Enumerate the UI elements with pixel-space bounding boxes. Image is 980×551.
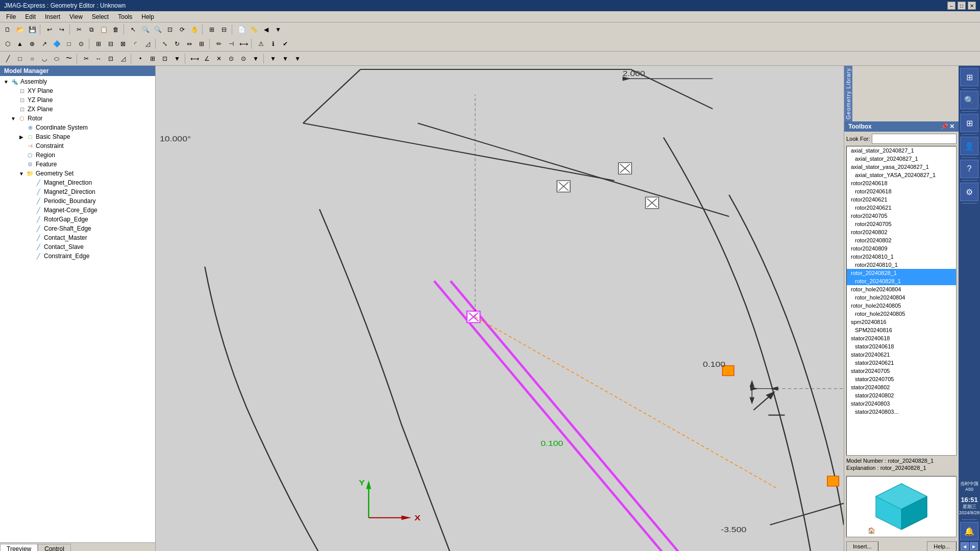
tb3-more5[interactable]: ▼: [292, 53, 303, 64]
tb3-dim2[interactable]: ⟷: [189, 53, 200, 64]
tb2-array[interactable]: ⊞: [196, 38, 207, 49]
tree-item-magnet-dir[interactable]: ╱ Magnet_Direction: [1, 178, 154, 187]
tb2-cylinder[interactable]: ⊙: [76, 38, 87, 49]
tb-snap[interactable]: ⊟: [218, 24, 230, 35]
list-item-axial-stator-yasa-2[interactable]: axial_stator_YASA_20240827_1: [847, 171, 956, 179]
tree-item-xy-plane[interactable]: ⊡ XY Plane: [1, 86, 154, 95]
list-item-stator618a[interactable]: stator20240618: [847, 334, 956, 342]
look-for-input[interactable]: [872, 134, 957, 144]
tb3-more3[interactable]: ▼: [267, 53, 279, 64]
tb2-move[interactable]: ⤡: [159, 38, 170, 49]
tree-item-zx-plane[interactable]: ⊡ ZX Plane: [1, 105, 154, 114]
tb-more1[interactable]: ◀: [260, 24, 272, 35]
list-item-stator705a[interactable]: stator20240705: [847, 367, 956, 375]
tb3-snap2[interactable]: ⊡: [159, 53, 170, 64]
list-item-rotor-hole804b[interactable]: rotor_hole20240804: [847, 293, 956, 302]
tree-item-contact-master[interactable]: ╱ Contact_Master: [1, 233, 154, 242]
tb2-cube[interactable]: ⬡: [2, 38, 13, 49]
tb2-extrude[interactable]: ▲: [14, 38, 26, 49]
tree-item-region[interactable]: ⬡ Region: [1, 151, 154, 160]
tree-item-coord[interactable]: ⊕ Coordinate System: [1, 123, 154, 132]
list-item-stator803b[interactable]: stator20240803...: [847, 408, 956, 416]
list-item-rotor621a[interactable]: rotor20240621: [847, 195, 956, 204]
list-item-stator621a[interactable]: stator20240621: [847, 350, 956, 359]
center-canvas[interactable]: Y X 2.000 10.000° 0.100 0.100 -3.500: [156, 66, 844, 551]
tb3-grid2[interactable]: ⊞: [147, 53, 158, 64]
tree-item-constraint-edge[interactable]: ╱ Constraint_Edge: [1, 252, 154, 261]
tb3-extend[interactable]: ↔: [93, 53, 104, 64]
fr-help-button[interactable]: ?: [960, 160, 978, 178]
tb-save[interactable]: 💾: [27, 24, 38, 35]
list-item-rotor828a[interactable]: rotor_20240828_1: [847, 269, 956, 277]
tb2-sketch[interactable]: ✏: [213, 38, 225, 49]
tree-item-assembly[interactable]: ▼ 🔩 Assembly: [1, 77, 154, 86]
tree-item-contact-slave[interactable]: ╱ Contact_Slave: [1, 242, 154, 252]
menu-select[interactable]: Select: [88, 12, 113, 21]
tree-item-rotor-gap-edge[interactable]: ╱ RotorGap_Edge: [1, 215, 154, 224]
tb3-spline[interactable]: 〜: [63, 53, 75, 64]
list-item-rotor705a[interactable]: rotor20240705: [847, 212, 956, 220]
tb-new[interactable]: 🗋: [2, 24, 13, 35]
tree-item-constraint[interactable]: ⊣ Constraint: [1, 141, 154, 151]
tb3-cross[interactable]: ✕: [213, 53, 225, 64]
tb2-loft[interactable]: 🔷: [51, 38, 62, 49]
list-item-stator618b[interactable]: stator20240618: [847, 342, 956, 350]
tb2-boolean-int[interactable]: ⊠: [117, 38, 129, 49]
tb3-line[interactable]: ╱: [2, 53, 13, 64]
list-item-axial-stator-1a[interactable]: axial_stator_20240827_1: [847, 146, 956, 155]
toolbox-list[interactable]: axial_stator_20240827_1 axial_stator_202…: [846, 146, 957, 456]
tb3-more2[interactable]: ▼: [250, 53, 261, 64]
menu-tools[interactable]: Tools: [114, 12, 136, 21]
tb2-constraint2[interactable]: ⊣: [226, 38, 237, 49]
tb3-offset[interactable]: ⊡: [105, 53, 116, 64]
minimize-button[interactable]: –: [947, 2, 955, 10]
list-item-axial-stator-1b[interactable]: axial_stator_20240827_1: [847, 155, 956, 163]
list-item-stator802a[interactable]: stator20240802: [847, 383, 956, 391]
fr-right-button[interactable]: ▶: [970, 542, 978, 550]
tb3-arc[interactable]: ◡: [39, 53, 50, 64]
tb-open[interactable]: 📂: [14, 24, 26, 35]
fr-left-button[interactable]: ◀: [961, 542, 969, 550]
toolbox-pin-button[interactable]: 📌: [941, 123, 948, 130]
tb3-ellipse[interactable]: ⬭: [51, 53, 62, 64]
fr-search-button[interactable]: 🔍: [960, 91, 978, 109]
fr-user-button[interactable]: 👤: [960, 137, 978, 155]
tb-undo[interactable]: ↩: [44, 24, 55, 35]
tb-cut[interactable]: ✂: [74, 24, 85, 35]
tb2-warn[interactable]: ⚠: [255, 38, 266, 49]
tb2-sweep[interactable]: ↗: [39, 38, 50, 49]
fr-settings-button[interactable]: ⚙: [960, 183, 978, 201]
tb2-fillet[interactable]: ◜: [130, 38, 141, 49]
tb-redo[interactable]: ↪: [56, 24, 67, 35]
tb-zoom-in[interactable]: 🔍: [140, 24, 151, 35]
help-button[interactable]: Help...: [927, 541, 957, 551]
geometry-library-tab[interactable]: Geometry Library: [844, 66, 852, 121]
list-item-axial-stator-yasa[interactable]: axial_stator_yasa_20240827_1: [847, 163, 956, 171]
tb-select[interactable]: ↖: [128, 24, 139, 35]
tb2-chamfer[interactable]: ◿: [142, 38, 153, 49]
tb-rotate[interactable]: ⟳: [177, 24, 188, 35]
list-item-rotor810a[interactable]: rotor20240810_1: [847, 253, 956, 261]
tb3-trim[interactable]: ✂: [81, 53, 92, 64]
expand-rotor[interactable]: ▼: [9, 116, 17, 121]
tb2-box[interactable]: □: [63, 38, 75, 49]
tb-paste[interactable]: 📋: [98, 24, 109, 35]
fr-grid-button[interactable]: ⊞: [960, 114, 978, 132]
tb3-more4[interactable]: ▼: [280, 53, 291, 64]
list-item-rotor810b[interactable]: rotor20240810_1: [847, 261, 956, 269]
tree-item-feature[interactable]: ⚙ Feature: [1, 160, 154, 169]
list-item-spm816b[interactable]: SPM20240816: [847, 326, 956, 334]
tree-item-basic-shape[interactable]: ▶ □ Basic Shape: [1, 132, 154, 141]
menu-file[interactable]: File: [2, 12, 20, 21]
tb3-circle[interactable]: ○: [27, 53, 38, 64]
toolbox-close-button[interactable]: ✕: [949, 123, 954, 130]
list-item-stator705b[interactable]: stator20240705: [847, 375, 956, 383]
fr-notifications-button[interactable]: 🔔: [960, 522, 978, 540]
menu-view[interactable]: View: [65, 12, 87, 21]
fr-apps-button[interactable]: ⊞: [960, 68, 978, 86]
tab-treeview[interactable]: Treeview: [0, 544, 38, 551]
tree-item-magnet-core-edge[interactable]: ╱ Magnet-Core_Edge: [1, 206, 154, 215]
list-item-rotor828b[interactable]: rotor_20240828_1: [847, 277, 956, 285]
tb-zoom-out[interactable]: 🔍: [152, 24, 163, 35]
close-button[interactable]: ✕: [968, 2, 976, 10]
